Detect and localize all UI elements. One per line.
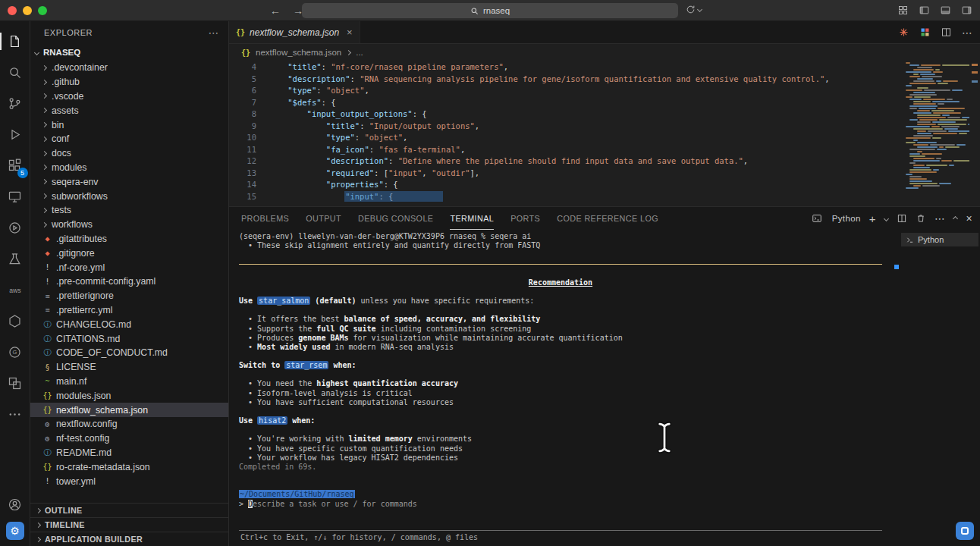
tree-item-tower.yml[interactable]: !tower.yml xyxy=(30,474,228,488)
apps-grid-icon[interactable] xyxy=(897,5,909,16)
tree-item-nextflow_schema.json[interactable]: {}nextflow_schema.json xyxy=(30,403,228,417)
panel-tab-terminal[interactable]: TERMINAL xyxy=(450,207,494,230)
zoom-window-button[interactable] xyxy=(38,6,47,15)
minimize-window-button[interactable] xyxy=(23,6,32,15)
code-line-6[interactable]: 6 "type": "object", xyxy=(229,85,897,97)
panel-tab-output[interactable]: OUTPUT xyxy=(306,207,341,230)
tree-item-CHANGELOG.md[interactable]: ⓘCHANGELOG.md xyxy=(30,317,228,331)
tree-item-workflows[interactable]: workflows xyxy=(30,218,228,232)
code-line-10[interactable]: 10 "type": "object", xyxy=(229,132,897,144)
github-actions-icon[interactable] xyxy=(0,212,30,243)
remote-explorer-icon[interactable] xyxy=(0,181,30,212)
explorer-more-actions-icon[interactable]: ⋯ xyxy=(209,27,220,39)
tree-item-modules.json[interactable]: {}modules.json xyxy=(30,388,228,403)
breadcrumb-file[interactable]: nextflow_schema.json xyxy=(256,48,341,57)
extensions-icon[interactable]: 5 xyxy=(0,150,30,181)
color-grid-icon[interactable] xyxy=(919,27,931,38)
gitlens-icon[interactable]: G xyxy=(0,337,30,368)
close-window-button[interactable] xyxy=(8,6,17,15)
settings-gear-icon[interactable]: ⚙ xyxy=(6,522,24,540)
tree-item-.gitignore[interactable]: ◆.gitignore xyxy=(30,246,228,260)
run-debug-icon[interactable] xyxy=(0,119,30,150)
tree-item-ro-crate-metadata.json[interactable]: {}ro-crate-metadata.json xyxy=(30,460,228,474)
code-line-15[interactable]: 15 "input": { xyxy=(229,191,897,203)
tree-item-.prettierrc.yml[interactable]: ≡.prettierrc.yml xyxy=(30,303,228,318)
tree-item-nf-test.config[interactable]: ⚙nf-test.config xyxy=(30,431,228,446)
code-line-14[interactable]: 14 "properties": { xyxy=(229,179,897,191)
editor-more-actions-icon[interactable]: ⋯ xyxy=(962,27,972,39)
panel-tab-ports[interactable]: PORTS xyxy=(510,207,540,230)
code-line-7[interactable]: 7 "$defs": { xyxy=(229,97,897,109)
panel-tab-debug-console[interactable]: DEBUG CONSOLE xyxy=(358,207,433,230)
tree-item-seqera-env[interactable]: seqera-env xyxy=(30,174,228,189)
terminal-list-item-python[interactable]: Python xyxy=(901,233,978,246)
split-view-icon[interactable] xyxy=(0,368,30,399)
split-editor-icon[interactable] xyxy=(941,27,952,38)
toggle-sidebar-icon[interactable] xyxy=(919,5,930,16)
tree-root-rnaseq[interactable]: RNASEQ xyxy=(30,44,228,61)
minimap[interactable] xyxy=(906,62,969,205)
kill-terminal-icon[interactable] xyxy=(916,213,926,224)
breadcrumb-more[interactable]: ... xyxy=(356,48,363,57)
tree-item-tests[interactable]: tests xyxy=(30,203,228,218)
aws-icon[interactable]: aws xyxy=(0,275,30,306)
panel-more-actions-icon[interactable]: ⋯ xyxy=(934,212,945,224)
tab-nextflow-schema[interactable]: {} nextflow_schema.json × xyxy=(229,21,360,43)
tree-item-README.md[interactable]: ⓘREADME.md xyxy=(30,446,228,460)
tree-item-nextflow.config[interactable]: ⚙nextflow.config xyxy=(30,417,228,431)
code-line-5[interactable]: 5 "description": "RNA sequencing analysi… xyxy=(229,74,897,86)
tree-item-.devcontainer[interactable]: .devcontainer xyxy=(30,61,228,75)
sparkle-icon[interactable] xyxy=(898,27,909,38)
more-tools-icon[interactable] xyxy=(0,399,30,430)
section-application-builder[interactable]: APPLICATION BUILDER xyxy=(30,532,228,546)
tree-item-.gitattributes[interactable]: ◆.gitattributes xyxy=(30,232,228,246)
maximize-panel-icon[interactable] xyxy=(953,215,958,221)
tree-item-.github[interactable]: .github xyxy=(30,75,228,89)
new-terminal-icon[interactable]: + xyxy=(869,212,876,225)
refresh-icon[interactable] xyxy=(686,5,696,14)
accounts-icon[interactable] xyxy=(0,494,30,515)
search-sidebar-icon[interactable] xyxy=(0,57,30,88)
editor-scrollbar[interactable] xyxy=(969,61,980,206)
code-line-13[interactable]: 13 "required": ["input", "outdir"], xyxy=(229,168,897,180)
code-line-4[interactable]: 4 "title": "nf-core/rnaseq pipeline para… xyxy=(229,61,897,74)
close-tab-icon[interactable]: × xyxy=(347,27,353,38)
tree-item-docs[interactable]: docs xyxy=(30,146,228,161)
tree-item-CODE_OF_CONDUCT.md[interactable]: ⓘCODE_OF_CONDUCT.md xyxy=(30,346,228,360)
tree-item-bin[interactable]: bin xyxy=(30,118,228,132)
panel-tab-code-reference-log[interactable]: CODE REFERENCE LOG xyxy=(557,207,658,230)
tree-item-.pre-commit-config.yaml[interactable]: !.pre-commit-config.yaml xyxy=(30,275,228,289)
terminal-dropdown-caret-icon[interactable] xyxy=(884,215,889,221)
tree-item-main.nf[interactable]: ~main.nf xyxy=(30,375,228,389)
notification-badge[interactable] xyxy=(956,522,974,540)
tree-item-subworkflows[interactable]: subworkflows xyxy=(30,189,228,203)
explorer-icon[interactable] xyxy=(0,26,30,57)
code-editor[interactable]: 4 "title": "nf-core/rnaseq pipeline para… xyxy=(229,61,980,206)
code-line-11[interactable]: 11 "fa_icon": "fas fa-terminal", xyxy=(229,144,897,156)
close-panel-icon[interactable]: × xyxy=(966,212,972,224)
code-line-9[interactable]: 9 "title": "Input/output options", xyxy=(229,121,897,133)
panel-tab-problems[interactable]: PROBLEMS xyxy=(241,207,289,230)
toggle-secondary-sidebar-icon[interactable] xyxy=(961,5,972,16)
source-control-icon[interactable] xyxy=(0,88,30,119)
kubernetes-icon[interactable] xyxy=(0,306,30,337)
tree-item-modules[interactable]: modules xyxy=(30,161,228,175)
test-explorer-icon[interactable] xyxy=(0,243,30,275)
section-timeline[interactable]: TIMELINE xyxy=(30,517,228,532)
tree-item-.prettierignore[interactable]: ≡.prettierignore xyxy=(30,289,228,303)
tree-item-assets[interactable]: assets xyxy=(30,103,228,118)
terminal-scrollbar[interactable] xyxy=(894,230,900,546)
tree-item-.vscode[interactable]: .vscode xyxy=(30,89,228,104)
tree-item-LICENSE[interactable]: §LICENSE xyxy=(30,360,228,375)
code-line-12[interactable]: 12 "description": "Define where the pipe… xyxy=(229,155,897,168)
code-line-8[interactable]: 8 "input_output_options": { xyxy=(229,108,897,121)
tree-item-conf[interactable]: conf xyxy=(30,132,228,146)
command-center-search[interactable]: rnaseq xyxy=(302,3,678,18)
terminal[interactable]: (seqera-env) llewelyn-van-der-berg@KTW2Y… xyxy=(229,230,894,546)
navigate-back-icon[interactable]: ← xyxy=(270,5,281,17)
dropdown-caret-icon[interactable] xyxy=(697,7,702,12)
toggle-panel-icon[interactable] xyxy=(940,5,951,16)
section-outline[interactable]: OUTLINE xyxy=(30,503,228,517)
tree-item-CITATIONS.md[interactable]: ⓘCITATIONS.md xyxy=(30,331,228,346)
tree-item-.nf-core.yml[interactable]: !.nf-core.yml xyxy=(30,260,228,275)
